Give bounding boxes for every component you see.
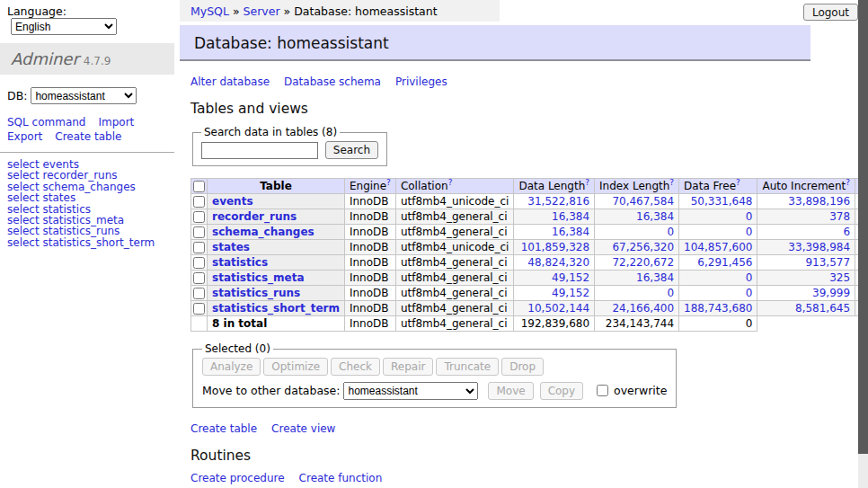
row-checkbox[interactable] xyxy=(193,196,205,208)
row-checkbox[interactable] xyxy=(193,211,205,223)
auto-increment-cell-link[interactable]: 325 xyxy=(829,271,850,284)
db-select[interactable]: homeassistant xyxy=(31,87,137,104)
create-links: Create tableCreate view xyxy=(190,422,819,435)
data-free-cell-link[interactable]: 0 xyxy=(746,210,753,223)
analyze-button[interactable]: Analyze xyxy=(202,358,261,376)
main-content: Alter databaseDatabase schemaPrivileges … xyxy=(190,72,819,488)
create-link[interactable]: Create table xyxy=(190,422,257,435)
auto-increment-cell-link[interactable]: 6 xyxy=(843,226,850,238)
repair-button[interactable]: Repair xyxy=(383,358,433,376)
data-length-cell-link[interactable]: 49,152 xyxy=(552,287,589,299)
sidebar-link[interactable]: Create table xyxy=(55,130,121,143)
table-name-link[interactable]: statistics_runs xyxy=(212,287,300,299)
row-checkbox[interactable] xyxy=(193,272,205,284)
app-version-link[interactable]: 4.7.9 xyxy=(84,55,111,67)
search-button[interactable]: Search xyxy=(325,141,378,159)
column-help-link[interactable]: ? xyxy=(846,179,850,188)
db-action-link[interactable]: Database schema xyxy=(284,75,381,88)
auto-increment-cell: 33,398,984 xyxy=(757,240,855,255)
table-name-cell: statistics_runs xyxy=(208,286,345,301)
create-link[interactable]: Create view xyxy=(271,422,335,435)
column-help-link[interactable]: ? xyxy=(585,179,589,188)
auto-increment-cell-link[interactable]: 33,898,196 xyxy=(788,195,850,208)
index-length-cell-link[interactable]: 70,467,584 xyxy=(612,195,674,208)
sidebar-select-row: select statistics_short_term xyxy=(7,237,174,248)
table-name-link[interactable]: statistics_short_term xyxy=(212,302,340,315)
data-length-cell-link[interactable]: 31,522,816 xyxy=(527,195,589,208)
app-name-link[interactable]: Adminer xyxy=(11,49,79,68)
move-db-select[interactable]: homeassistant xyxy=(343,382,478,400)
overwrite-checkbox[interactable] xyxy=(597,385,608,396)
table-row: eventsInnoDButf8mb4_unicode_ci31,522,816… xyxy=(191,194,868,209)
db-action-link[interactable]: Privileges xyxy=(395,75,447,88)
optimize-button[interactable]: Optimize xyxy=(263,358,328,376)
routine-link[interactable]: Create function xyxy=(299,472,383,484)
logout-button[interactable]: Logout xyxy=(803,4,858,21)
data-free-cell-link[interactable]: 50,331,648 xyxy=(691,195,753,208)
column-help-link[interactable]: ? xyxy=(386,179,391,188)
data-length-cell-link[interactable]: 16,384 xyxy=(552,226,589,238)
select-link[interactable]: select xyxy=(7,236,40,249)
routine-link[interactable]: Create procedure xyxy=(190,472,285,484)
data-free-cell-link[interactable]: 188,743,680 xyxy=(684,302,752,315)
breadcrumb-mysql-link[interactable]: MySQL xyxy=(190,4,229,18)
copy-button[interactable]: Copy xyxy=(540,382,583,400)
data-free-cell-link[interactable]: 0 xyxy=(746,226,753,238)
column-header: Data Length? xyxy=(514,179,595,194)
breadcrumb-server-link[interactable]: Server xyxy=(244,4,280,18)
sidebar-table-link[interactable]: statistics_short_term xyxy=(42,236,155,249)
column-help-link[interactable]: ? xyxy=(448,179,453,188)
data-free-cell-link[interactable]: 0 xyxy=(746,287,753,299)
auto-increment-cell-link[interactable]: 913,577 xyxy=(805,256,850,269)
sidebar-link[interactable]: Import xyxy=(98,116,134,129)
collation-cell: utf8mb4_general_ci xyxy=(395,255,514,271)
data-free-cell-link[interactable]: 0 xyxy=(746,271,753,284)
index-length-cell-link[interactable]: 67,256,320 xyxy=(612,241,674,253)
select-all-checkbox[interactable] xyxy=(193,181,205,192)
index-length-cell-link[interactable]: 16,384 xyxy=(636,210,674,223)
table-name-link[interactable]: states xyxy=(212,241,250,253)
index-length-cell-link[interactable]: 0 xyxy=(667,226,674,238)
row-checkbox[interactable] xyxy=(193,226,205,238)
index-length-cell-link[interactable]: 72,220,672 xyxy=(612,256,674,269)
total-index-length-cell: 234,143,744 xyxy=(595,316,679,332)
auto-increment-cell-link[interactable]: 378 xyxy=(829,210,850,223)
table-name-link[interactable]: statistics xyxy=(212,256,268,269)
index-length-cell-link[interactable]: 0 xyxy=(667,287,674,299)
data-free-cell-link[interactable]: 104,857,600 xyxy=(684,241,752,253)
scrollbar-thumb[interactable] xyxy=(858,0,868,454)
table-name-link[interactable]: statistics_meta xyxy=(212,271,305,284)
data-length-cell-link[interactable]: 49,152 xyxy=(552,271,589,284)
column-help-link[interactable]: ? xyxy=(669,179,674,188)
move-button[interactable]: Move xyxy=(488,382,533,400)
index-length-cell-link[interactable]: 24,166,400 xyxy=(612,302,674,315)
data-length-cell-link[interactable]: 48,824,320 xyxy=(527,256,589,269)
db-action-link[interactable]: Alter database xyxy=(190,75,270,88)
data-free-cell-link[interactable]: 6,291,456 xyxy=(697,256,752,269)
row-checkbox[interactable] xyxy=(193,242,205,253)
row-checkbox[interactable] xyxy=(193,257,205,269)
data-length-cell-link[interactable]: 16,384 xyxy=(552,210,589,223)
auto-increment-cell-link[interactable]: 39,999 xyxy=(812,287,850,299)
table-name-link[interactable]: events xyxy=(212,195,253,208)
table-name-link[interactable]: recorder_runs xyxy=(212,210,297,223)
index-length-cell-link[interactable]: 16,384 xyxy=(636,271,674,284)
truncate-button[interactable]: Truncate xyxy=(436,358,499,376)
check-button[interactable]: Check xyxy=(331,358,380,376)
data-length-cell-link[interactable]: 101,859,328 xyxy=(521,241,589,253)
language-label: Language: xyxy=(7,4,66,18)
language-select[interactable]: English xyxy=(11,18,117,35)
auto-increment-cell-link[interactable]: 8,581,645 xyxy=(795,302,850,315)
vertical-scrollbar[interactable] xyxy=(858,0,868,488)
table-name-link[interactable]: schema_changes xyxy=(212,226,314,238)
auto-increment-cell: 33,898,196 xyxy=(757,194,855,209)
drop-button[interactable]: Drop xyxy=(501,358,544,376)
column-help-link[interactable]: ? xyxy=(736,179,740,188)
row-checkbox[interactable] xyxy=(193,303,205,315)
auto-increment-cell-link[interactable]: 33,398,984 xyxy=(788,241,850,253)
search-input[interactable] xyxy=(201,142,318,159)
row-checkbox[interactable] xyxy=(193,288,205,299)
sidebar-link[interactable]: SQL command xyxy=(7,116,85,129)
data-length-cell-link[interactable]: 10,502,144 xyxy=(527,302,589,315)
sidebar-link[interactable]: Export xyxy=(7,130,42,143)
